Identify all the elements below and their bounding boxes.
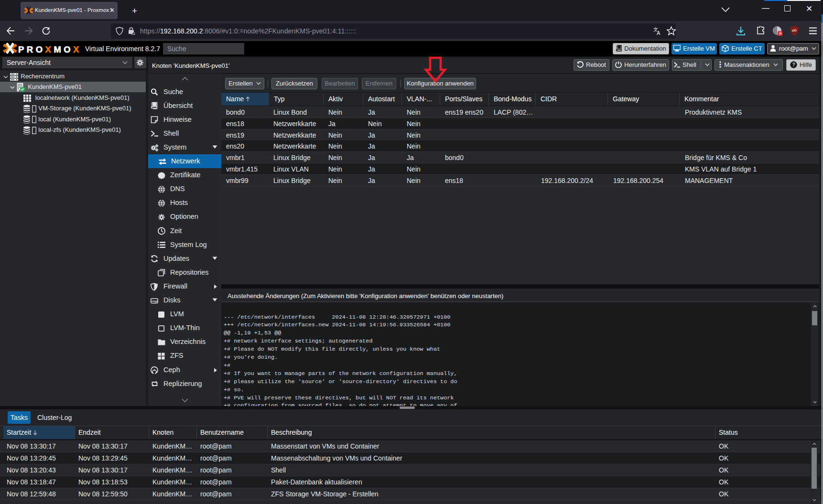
svg-text:?: ? [792,62,795,67]
svg-text:A: A [657,30,661,36]
svg-text:uO: uO [792,29,797,32]
svg-text:✕: ✕ [779,31,782,36]
